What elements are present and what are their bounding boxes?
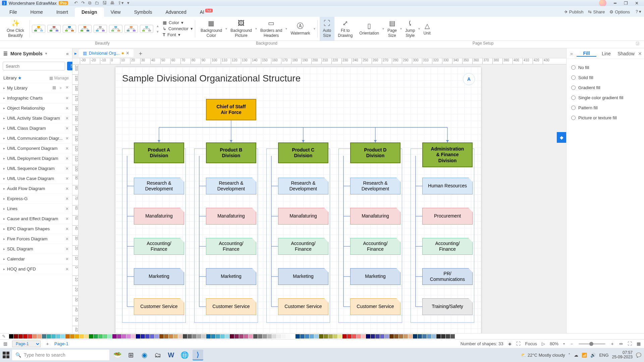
menu-tab-home[interactable]: Home (24, 7, 50, 17)
color-swatch[interactable] (413, 334, 417, 339)
color-swatch[interactable] (436, 334, 441, 339)
org-node[interactable]: Training/Safety (422, 298, 473, 315)
org-node[interactable]: Human Resources (422, 178, 473, 194)
color-swatch[interactable] (79, 334, 84, 339)
color-swatch[interactable] (155, 334, 159, 339)
theme-thumb-0[interactable] (32, 25, 45, 33)
cat-close-icon[interactable]: ✕ (65, 186, 69, 191)
cat-close-icon[interactable]: ✕ (65, 196, 69, 201)
org-node[interactable]: Marketing (206, 268, 256, 285)
ai-assistant-icon[interactable]: A (463, 73, 475, 85)
menu-tab-advanced[interactable]: Advanced (159, 7, 193, 17)
user-avatar[interactable] (599, 0, 606, 7)
color-swatch[interactable] (352, 334, 356, 339)
focus-label[interactable]: Focus (525, 341, 537, 346)
color-swatch[interactable] (277, 334, 281, 339)
category-item[interactable]: HOQ and QFD (7, 266, 65, 272)
cat-close-icon[interactable]: ✕ (65, 166, 69, 171)
color-swatch[interactable] (28, 334, 32, 339)
lib-close-icon[interactable]: ✕ (65, 85, 69, 91)
fill-option-2[interactable]: Gradient fill (571, 82, 639, 93)
color-swatch[interactable] (173, 334, 178, 339)
category-item[interactable]: Express-G (7, 196, 65, 201)
color-swatch[interactable] (366, 334, 370, 339)
category-item[interactable]: Cause and Effect Diagram (7, 216, 65, 221)
color-swatch[interactable] (178, 334, 182, 339)
org-node[interactable]: Product D Division (350, 142, 400, 163)
symbol-search-input[interactable] (3, 62, 65, 70)
org-node[interactable]: Customer Service (350, 298, 400, 315)
category-item[interactable]: Five Forces Diagram (7, 236, 65, 241)
color-swatch[interactable] (51, 334, 56, 339)
qat-more-icon[interactable]: ▾ (127, 0, 129, 6)
manage-library-button[interactable]: ▦ Manage (49, 76, 69, 80)
cat-close-icon[interactable]: ✕ (65, 227, 69, 231)
color-swatch[interactable] (281, 334, 286, 339)
color-swatch[interactable] (253, 334, 258, 339)
fill-option-5[interactable]: Picture or texture fill (571, 113, 639, 123)
play-icon[interactable]: ▷ (542, 341, 545, 346)
org-node[interactable]: Accounting/ Finance (278, 238, 328, 255)
color-swatch[interactable] (89, 334, 93, 339)
my-library-item[interactable]: My Library (7, 85, 52, 90)
connector-dropdown[interactable]: ↳ Connector ▾ (163, 26, 193, 31)
zoom-out-icon[interactable]: － (570, 341, 574, 347)
jump-style-button[interactable]: ⤹Jump Style (402, 17, 418, 41)
expand-panel-icon[interactable]: » (567, 51, 577, 56)
one-click-beautify-button[interactable]: ✨One Click Beautify (3, 17, 28, 41)
color-swatch[interactable] (300, 334, 305, 339)
color-swatch[interactable] (239, 334, 244, 339)
drawing-page[interactable]: Sample Divisional Organizational Structu… (115, 67, 481, 333)
color-swatch[interactable] (23, 334, 28, 339)
cat-close-icon[interactable]: ✕ (65, 106, 69, 111)
category-item[interactable]: Infographic Charts (7, 96, 65, 101)
color-swatch[interactable] (418, 334, 422, 339)
library-heading[interactable]: Library ★ (3, 75, 49, 80)
new-icon[interactable]: ⧉ (88, 0, 91, 6)
color-swatch[interactable] (357, 334, 361, 339)
color-swatch[interactable] (159, 334, 164, 339)
line-tab[interactable]: Line (596, 51, 616, 56)
color-swatch[interactable] (169, 334, 173, 339)
cat-close-icon[interactable]: ✕ (65, 126, 69, 131)
weather-widget[interactable]: ⛅ 22°C Mostly cloudy (521, 353, 565, 358)
org-node[interactable]: Customer Service (134, 298, 184, 315)
color-swatch[interactable] (216, 334, 220, 339)
color-swatch[interactable] (220, 334, 225, 339)
color-swatch[interactable] (211, 334, 215, 339)
cat-close-icon[interactable]: ✕ (65, 267, 69, 272)
theme-gallery[interactable] (32, 25, 156, 33)
cat-close-icon[interactable]: ✕ (65, 156, 69, 161)
org-node[interactable]: Accounting/ Finance (134, 238, 184, 255)
color-swatch[interactable] (258, 334, 262, 339)
theme-thumb-1[interactable] (47, 25, 61, 33)
canvas[interactable]: Sample Divisional Organizational Structu… (78, 64, 566, 333)
cat-close-icon[interactable]: ✕ (65, 136, 69, 141)
color-swatch[interactable] (112, 334, 117, 339)
word-icon[interactable]: W (166, 350, 176, 360)
layers-icon[interactable]: ◈ (508, 341, 512, 346)
color-dropdown[interactable]: ▦ Color ▾ (163, 20, 193, 25)
category-item[interactable]: Lines (7, 206, 65, 211)
color-swatch[interactable] (126, 334, 131, 339)
org-node[interactable]: Product B Division (206, 142, 256, 163)
org-node[interactable]: Marketing (134, 268, 184, 285)
menu-tab-insert[interactable]: Insert (50, 7, 75, 17)
task-view-icon[interactable]: ⊞ (125, 350, 136, 360)
taskbar-search[interactable]: 🔍 Type here to search (12, 350, 109, 360)
color-swatch[interactable] (75, 334, 79, 339)
color-swatch[interactable] (164, 334, 168, 339)
theme-scroll-up-icon[interactable]: ▲ (156, 24, 159, 28)
zoom-slider[interactable] (579, 343, 605, 345)
maximize-button[interactable]: ❐ (621, 1, 631, 6)
color-swatch[interactable] (249, 334, 253, 339)
color-swatch[interactable] (296, 334, 300, 339)
category-item[interactable]: UML Activity State Diagram (7, 116, 65, 121)
fill-option-4[interactable]: Pattern fill (571, 103, 639, 113)
fill-option-3[interactable]: Single color gradient fill (571, 93, 639, 103)
background-color-button[interactable]: ▦Background Color (197, 17, 225, 41)
org-node[interactable]: Research & Development (206, 178, 256, 194)
org-node[interactable]: PR/ Communications (422, 268, 473, 285)
color-swatch[interactable] (145, 334, 150, 339)
food-app-icon[interactable]: 🥗 (112, 350, 123, 360)
